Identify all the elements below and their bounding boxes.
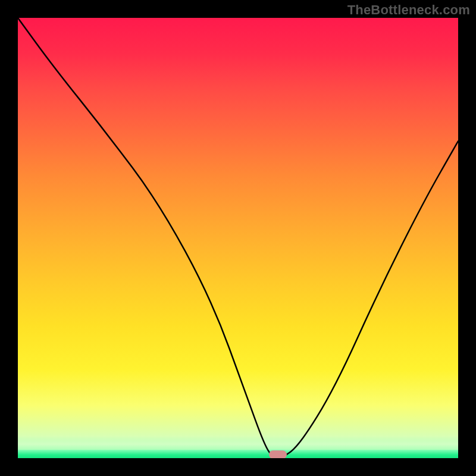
watermark-label: TheBottleneck.com bbox=[347, 2, 470, 18]
green-band bbox=[18, 450, 458, 458]
chart-frame: TheBottleneck.com bbox=[0, 0, 476, 476]
optimal-point-marker bbox=[269, 450, 287, 458]
pale-band bbox=[18, 436, 458, 450]
plot-area bbox=[18, 18, 458, 458]
bottleneck-curve bbox=[18, 18, 458, 458]
